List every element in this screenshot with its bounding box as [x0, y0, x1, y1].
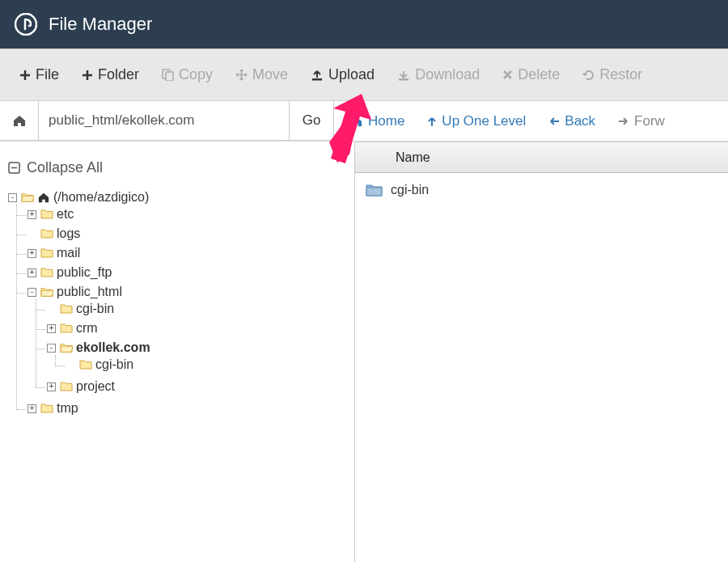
plus-icon	[19, 70, 31, 81]
plus-icon	[82, 70, 93, 81]
tree-node-logs[interactable]: logs	[28, 226, 346, 241]
move-label: Move	[252, 66, 288, 83]
tree-root-node[interactable]: - (/home/azdigico)	[8, 190, 346, 205]
folder-icon	[60, 323, 73, 334]
nav-back-link[interactable]: Back	[539, 113, 605, 129]
tree-node-crm[interactable]: +crm	[47, 321, 346, 336]
folder-open-icon	[40, 286, 53, 298]
back-arrow-icon	[548, 116, 560, 126]
folder-icon	[40, 209, 53, 220]
svg-rect-3	[312, 78, 322, 81]
move-icon	[235, 69, 248, 81]
delete-button[interactable]: Delete	[491, 60, 571, 90]
main-area: Collapse All - (/home/azdigico) +etc log…	[0, 142, 728, 562]
nav-up-label: Up One Level	[442, 113, 526, 129]
new-folder-label: Folder	[98, 66, 139, 83]
copy-icon	[162, 69, 174, 81]
toolbar: File Folder Copy Move Upload Download De…	[0, 49, 728, 101]
folder-tree: - (/home/azdigico) +etc logs +mail +publ…	[8, 188, 346, 420]
upload-icon	[311, 69, 324, 82]
file-row[interactable]: cgi-bin	[355, 178, 728, 202]
nav-back-label: Back	[565, 113, 595, 129]
download-label: Download	[415, 66, 480, 83]
up-arrow-icon	[427, 116, 437, 127]
folder-icon	[79, 359, 92, 370]
collapse-all-button[interactable]: Collapse All	[8, 156, 346, 188]
new-file-button[interactable]: File	[8, 60, 70, 90]
tree-node-ekollek[interactable]: -ekollek.com	[47, 340, 346, 355]
home-icon	[37, 192, 50, 203]
expand-toggle[interactable]: +	[28, 249, 36, 258]
copy-label: Copy	[179, 66, 213, 83]
tree-node-cgi-bin[interactable]: cgi-bin	[47, 302, 346, 316]
file-row-name: cgi-bin	[391, 183, 429, 197]
collapse-all-label: Collapse All	[27, 159, 103, 176]
folder-icon	[60, 303, 73, 315]
content-header[interactable]: Name	[355, 142, 728, 173]
tree-root-label: (/home/azdigico)	[53, 190, 149, 205]
tree-node-etc[interactable]: +etc	[28, 207, 346, 222]
nav-links: Home Up One Level Back Forw	[334, 101, 681, 141]
nav-home-link[interactable]: Home	[341, 113, 414, 129]
nav-up-link[interactable]: Up One Level	[417, 113, 535, 129]
folder-icon	[40, 247, 53, 259]
restore-icon	[582, 69, 595, 81]
collapse-toggle[interactable]: -	[28, 288, 36, 297]
go-button[interactable]: Go	[290, 101, 334, 141]
tree-node-public-html[interactable]: -public_html	[28, 285, 346, 299]
content-body[interactable]: cgi-bin	[355, 173, 728, 562]
download-icon	[397, 69, 410, 82]
home-button[interactable]	[0, 101, 39, 141]
upload-label: Upload	[328, 66, 375, 83]
home-icon	[350, 116, 363, 127]
new-file-label: File	[36, 66, 59, 83]
forward-arrow-icon	[618, 116, 629, 126]
expand-toggle[interactable]: +	[47, 382, 56, 391]
sidebar: Collapse All - (/home/azdigico) +etc log…	[0, 142, 354, 562]
restore-label: Restor	[599, 66, 642, 83]
folder-icon	[60, 381, 73, 392]
path-navbar: Go Home Up One Level Back Forw	[0, 101, 728, 142]
home-icon	[12, 114, 27, 127]
folder-icon	[40, 403, 53, 414]
expand-toggle[interactable]: +	[28, 210, 36, 219]
tree-node-public-ftp[interactable]: +public_ftp	[28, 265, 346, 280]
folder-open-icon	[60, 342, 73, 353]
expand-toggle[interactable]: +	[28, 404, 36, 413]
nav-forward-label: Forw	[634, 113, 665, 129]
path-input[interactable]	[39, 101, 290, 141]
folder-icon	[40, 228, 53, 239]
expand-toggle[interactable]: +	[28, 268, 36, 277]
copy-button[interactable]: Copy	[150, 60, 224, 90]
expand-toggle[interactable]: +	[47, 324, 56, 333]
tree-node-ekollek-cgi-bin[interactable]: cgi-bin	[66, 357, 346, 372]
nav-forward-link[interactable]: Forw	[608, 113, 675, 129]
upload-button[interactable]: Upload	[299, 60, 386, 90]
collapse-icon	[8, 162, 20, 174]
new-folder-button[interactable]: Folder	[70, 60, 150, 90]
tree-node-mail[interactable]: +mail	[28, 246, 346, 260]
download-button[interactable]: Download	[386, 60, 491, 90]
nav-home-label: Home	[368, 113, 404, 129]
svg-rect-4	[399, 78, 408, 81]
content-panel: Name cgi-bin	[354, 142, 728, 562]
folder-open-icon	[21, 192, 34, 203]
cpanel-logo-icon	[15, 13, 37, 36]
app-header: File Manager	[0, 0, 728, 49]
delete-icon	[502, 70, 513, 80]
collapse-toggle[interactable]: -	[47, 344, 56, 353]
column-name-label: Name	[396, 150, 430, 165]
folder-icon	[40, 267, 53, 278]
svg-rect-2	[166, 72, 173, 81]
app-title: File Manager	[49, 14, 152, 35]
folder-icon	[365, 183, 383, 197]
delete-label: Delete	[518, 66, 560, 83]
tree-node-tmp[interactable]: +tmp	[28, 401, 346, 416]
move-button[interactable]: Move	[224, 60, 299, 90]
tree-node-project[interactable]: +project	[47, 379, 346, 394]
collapse-toggle[interactable]: -	[8, 193, 17, 202]
restore-button[interactable]: Restor	[571, 60, 654, 90]
